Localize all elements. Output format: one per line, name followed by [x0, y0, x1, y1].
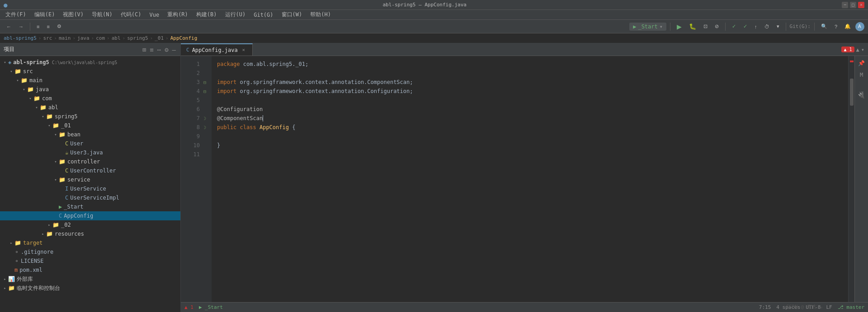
- expand-arrow-controller[interactable]: ▾: [52, 158, 59, 165]
- tree-item-root[interactable]: ▾ ◈ abl-spring5 C:\work\java\abl-spring5: [0, 58, 180, 67]
- panel-hide-icon[interactable]: –: [171, 45, 177, 54]
- toolbar-project-button[interactable]: ≡: [34, 23, 42, 30]
- menu-navigate[interactable]: 导航(N): [88, 10, 116, 19]
- breadcrumb-part-1[interactable]: src: [43, 35, 52, 41]
- toolbar-settings-button[interactable]: ⚙: [54, 23, 64, 30]
- menu-run[interactable]: 运行(U): [222, 10, 250, 19]
- right-icon-translate[interactable]: 译: [856, 86, 867, 89]
- breadcrumb-part-5[interactable]: abl: [112, 35, 121, 41]
- menu-window[interactable]: 窗口(W): [278, 10, 306, 19]
- tree-item-02[interactable]: ▸ 📁 _02: [0, 220, 180, 229]
- search-button[interactable]: 🔍: [818, 23, 830, 30]
- tree-item-main[interactable]: ▾ 📁 main: [0, 76, 180, 85]
- debug-icon-8[interactable]: ☽: [203, 125, 206, 130]
- breadcrumb-part-8[interactable]: AppConfig: [170, 35, 198, 41]
- line-ending-indicator[interactable]: LF: [826, 304, 832, 310]
- tree-item-controller[interactable]: ▾ 📁 controller: [0, 157, 180, 166]
- maximize-button[interactable]: □: [850, 2, 856, 8]
- tree-item-pom[interactable]: ▸ m pom.xml: [0, 265, 180, 275]
- panel-collapse-icon[interactable]: ≡: [149, 45, 154, 54]
- close-button[interactable]: ×: [858, 2, 864, 8]
- toolbar-forward-button[interactable]: →: [16, 23, 26, 30]
- breadcrumb-part-2[interactable]: main: [59, 35, 71, 41]
- expand-arrow-bean[interactable]: ▾: [52, 131, 59, 138]
- breadcrumb-part-3[interactable]: java: [77, 35, 90, 41]
- panel-expand-icon[interactable]: ⋯: [156, 45, 162, 54]
- gutter-3[interactable]: ⊟: [203, 78, 212, 87]
- debug-button[interactable]: 🐛: [686, 22, 699, 31]
- expand-arrow-src[interactable]: ▾: [8, 68, 14, 75]
- scroll-thumb[interactable]: [850, 79, 854, 106]
- menu-file[interactable]: 文件(F): [2, 10, 30, 19]
- avatar-button[interactable]: A: [855, 22, 864, 31]
- expand-arrow-01[interactable]: ▾: [46, 122, 52, 129]
- run-config-selector[interactable]: ▶ _Start ▾: [629, 23, 666, 31]
- line-col-indicator[interactable]: 7:15: [759, 304, 771, 310]
- fold-icon-3[interactable]: ⊟: [203, 80, 206, 85]
- expand-arrow-main[interactable]: ▾: [14, 77, 21, 84]
- notifications-button[interactable]: 🔔: [842, 23, 854, 30]
- tab-appconfig[interactable]: C AppConfig.java ×: [181, 43, 253, 56]
- help-icon-button[interactable]: ?: [832, 23, 840, 30]
- git-options-button[interactable]: ▾: [774, 23, 782, 30]
- breadcrumb-part-0[interactable]: abl-spring5: [4, 35, 37, 41]
- run-button[interactable]: ▶: [674, 22, 684, 31]
- expand-arrow-spring5[interactable]: ▾: [40, 113, 46, 120]
- editor-scrollbar[interactable]: [848, 56, 854, 302]
- error-nav-up[interactable]: ▲: [856, 47, 859, 53]
- expand-arrow-com[interactable]: ▾: [27, 95, 33, 102]
- debug-icon-7[interactable]: ☽: [203, 116, 206, 121]
- tree-item-service[interactable]: ▾ 📁 service: [0, 175, 180, 184]
- tree-item-license[interactable]: ▸ ⚬ LICENSE: [0, 256, 180, 265]
- right-icon-pin[interactable]: 📌: [856, 58, 867, 69]
- expand-arrow-02[interactable]: ▸: [46, 222, 52, 228]
- tree-item-start[interactable]: ▸ ▶ _Start: [0, 202, 180, 211]
- breadcrumb-part-4[interactable]: com: [96, 35, 105, 41]
- tree-item-src[interactable]: ▾ 📁 src: [0, 67, 180, 76]
- expand-arrow-abl[interactable]: ▾: [33, 104, 40, 111]
- tree-item-usercontroller[interactable]: ▸ C UserController: [0, 166, 180, 175]
- menu-git[interactable]: Git(G): [250, 11, 277, 19]
- toolbar-align-button[interactable]: ≡: [44, 23, 52, 30]
- tree-item-bean[interactable]: ▾ 📁 bean: [0, 130, 180, 139]
- tree-item-userserviceimpl[interactable]: ▸ C UserServiceImpl: [0, 193, 180, 202]
- tree-item-user3[interactable]: ▸ ☕ User3.java: [0, 148, 180, 157]
- expand-arrow-external[interactable]: ▸: [2, 276, 8, 282]
- tree-item-gitignore[interactable]: ▸ ⚬ .gitignore: [0, 247, 180, 256]
- expand-arrow-java[interactable]: ▾: [21, 86, 27, 93]
- fold-icon-4[interactable]: ⊟: [203, 89, 206, 94]
- tree-item-java[interactable]: ▾ 📁 java: [0, 85, 180, 94]
- tree-item-resources[interactable]: ▸ 📁 resources: [0, 229, 180, 238]
- expand-arrow-service[interactable]: ▾: [52, 177, 59, 183]
- gutter-7[interactable]: ☽: [203, 114, 212, 123]
- gutter-8[interactable]: ☽: [203, 123, 212, 132]
- expand-arrow-target[interactable]: ▸: [8, 240, 14, 246]
- minimize-button[interactable]: −: [842, 2, 848, 8]
- git-push-button[interactable]: ↑: [752, 23, 760, 30]
- menu-help[interactable]: 帮助(H): [307, 10, 335, 19]
- menu-build[interactable]: 构建(B): [193, 10, 221, 19]
- coverage-button[interactable]: ⊡: [701, 23, 710, 30]
- git-branch-indicator[interactable]: ⎇ master: [838, 304, 864, 310]
- tree-item-target[interactable]: ▸ 📁 target: [0, 238, 180, 247]
- panel-settings-icon[interactable]: ⊞: [142, 45, 147, 54]
- code-editor[interactable]: package com.abl.spring5._01; import org.…: [212, 56, 848, 302]
- gutter-4[interactable]: ⊟: [203, 87, 212, 96]
- tree-item-com[interactable]: ▾ 📁 com: [0, 94, 180, 103]
- error-nav-down[interactable]: ▾: [861, 47, 864, 53]
- menu-view[interactable]: 视图(V): [59, 10, 87, 19]
- tree-item-abl[interactable]: ▾ 📁 abl: [0, 103, 180, 112]
- git-update-button[interactable]: ✓: [729, 23, 739, 30]
- error-indicator[interactable]: ▲ 1: [184, 304, 193, 310]
- tree-item-spring5[interactable]: ▾ 📁 spring5: [0, 112, 180, 121]
- tree-item-user[interactable]: ▸ C User: [0, 139, 180, 148]
- tree-item-external[interactable]: ▸ 📊 外部库: [0, 275, 180, 284]
- menu-vue[interactable]: Vue: [146, 11, 163, 19]
- tree-item-scratch[interactable]: ▸ 📁 临时文件和控制台: [0, 284, 180, 293]
- git-history-button[interactable]: ⏱: [762, 23, 772, 30]
- tree-item-01[interactable]: ▾ 📁 _01: [0, 121, 180, 130]
- expand-arrow-scratch[interactable]: ▸: [2, 285, 8, 291]
- menu-edit[interactable]: 编辑(E): [31, 10, 59, 19]
- tree-item-appconfig[interactable]: ▸ C AppConfig: [0, 211, 180, 220]
- expand-arrow-resources[interactable]: ▸: [40, 231, 46, 237]
